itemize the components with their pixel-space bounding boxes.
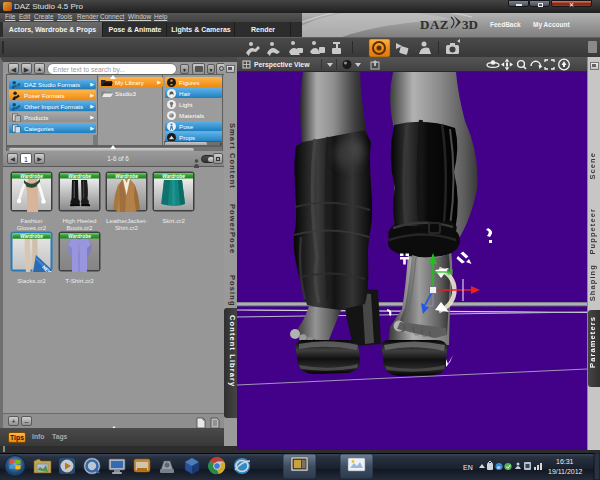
svg-text:3D: 3D	[462, 17, 478, 32]
svg-text:EN: EN	[463, 464, 473, 471]
svg-text:Wardrobe: Wardrobe	[68, 174, 91, 179]
svg-text:Wardrobe: Wardrobe	[115, 174, 138, 179]
svg-text:DAZ: DAZ	[420, 17, 449, 32]
svg-text:FeedBack: FeedBack	[490, 21, 521, 28]
svg-text:Wardrobe: Wardrobe	[20, 174, 43, 179]
svg-text:Wardrobe: Wardrobe	[68, 234, 91, 239]
svg-text:16:31: 16:31	[556, 458, 574, 465]
svg-text:Perspective View: Perspective View	[254, 61, 310, 69]
svg-text:Wardrobe: Wardrobe	[20, 234, 43, 239]
svg-text:Wardrobe: Wardrobe	[162, 174, 185, 179]
svg-text:My Account: My Account	[533, 21, 570, 29]
svg-text:19/11/2012: 19/11/2012	[548, 468, 583, 475]
